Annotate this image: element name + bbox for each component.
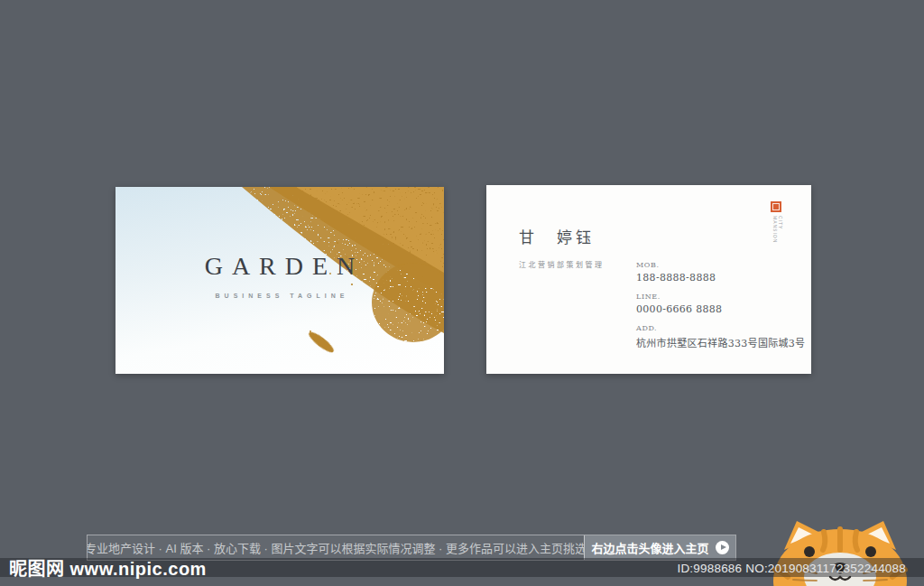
seal-caption: CITY MANSION (772, 216, 783, 246)
contact-value: 188-8888-8888 (636, 272, 805, 284)
image-id-text: ID:9988686 NO:20190831172352244088 (677, 561, 906, 574)
contact-address: ADD. 杭州市拱墅区石祥路333号国际城3号 (636, 324, 805, 349)
person-name: 甘 婷钰 (519, 225, 605, 247)
contact-value: 0000-6666 8888 (636, 303, 805, 315)
site-watermark: 昵图网 www.nipic.com (9, 555, 207, 582)
contact-list: MOB. 188-8888-8888 LINE. 0000-6666 8888 … (636, 261, 805, 358)
brand-tagline: BUSINESS TAGLINE (116, 293, 448, 299)
page: GARDEN BUSINESS TAGLINE CITY MANSION 甘 婷… (0, 0, 924, 586)
contact-line: LINE. 0000-6666 8888 (636, 293, 805, 315)
go-home-button[interactable]: 右边点击头像进入主页 (584, 535, 735, 560)
person-title: 江北营销部策划管理 (519, 259, 605, 269)
contact-label: LINE. (636, 293, 805, 301)
person-block: 甘 婷钰 江北营销部策划管理 (519, 225, 605, 269)
business-card-front: GARDEN BUSINESS TAGLINE (116, 187, 444, 374)
go-home-button-label: 右边点击头像进入主页 (591, 539, 708, 556)
contact-value: 杭州市拱墅区石祥路333号国际城3号 (636, 335, 805, 349)
contact-mobile: MOB. 188-8888-8888 (636, 261, 805, 284)
play-icon (716, 541, 729, 554)
contact-label: MOB. (636, 261, 805, 269)
business-card-back: CITY MANSION 甘 婷钰 江北营销部策划管理 MOB. 188-888… (486, 185, 811, 374)
contact-label: ADD. (636, 324, 805, 332)
seal-icon (771, 201, 781, 212)
brand-block: GARDEN BUSINESS TAGLINE (116, 252, 444, 299)
brand-name: GARDEN (116, 252, 453, 281)
